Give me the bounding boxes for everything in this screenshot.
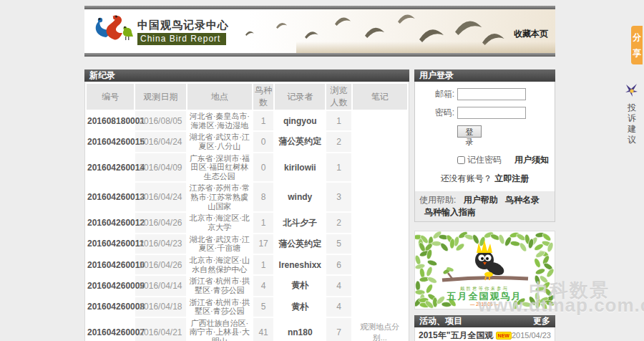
record-location: 北京市·海淀区·山水自然保护中心 <box>187 255 252 274</box>
col-header-views: 浏览人数 <box>326 84 351 110</box>
record-observer[interactable]: windy <box>275 183 325 211</box>
record-location: 河北省·秦皇岛市·海港区·海边湿地 <box>187 111 252 130</box>
records-header-row: 编号 观测日期 地点 鸟种数 记录者 浏览人数 笔记 <box>87 84 407 110</box>
record-views: 4 <box>326 297 351 317</box>
record-observer[interactable]: qingyou <box>275 111 325 130</box>
record-date: 2016/04/24 <box>135 183 185 211</box>
record-row: 2016042600072016/04/21广西壮族自治区·南宁市·上林县·大明… <box>87 318 407 341</box>
record-id[interactable]: 201604260010 <box>87 255 134 274</box>
record-note <box>353 111 407 130</box>
no-account-text: 还没有账号？ <box>441 173 492 183</box>
right-column: 用户登录 邮箱: 密码: 登录 记住密码 用户须知 <box>414 69 555 341</box>
password-label: 密码: <box>415 107 454 119</box>
record-location: 浙江省·杭州市·拱墅区·青莎公园 <box>187 276 252 295</box>
record-species-count: 8 <box>253 183 273 211</box>
bookmark-link[interactable]: 收藏本页 <box>514 28 548 40</box>
record-observer[interactable]: 蒲公英约定 <box>275 234 325 254</box>
email-label: 邮箱: <box>415 88 454 100</box>
col-header-observer: 记录者 <box>275 84 325 110</box>
user-notice-link[interactable]: 用户须知 <box>514 154 549 166</box>
record-date: 2016/04/21 <box>135 318 185 341</box>
activities-title: 活动、项目 <box>419 315 462 327</box>
record-id[interactable]: 201604260014 <box>87 153 134 182</box>
login-button[interactable]: 登录 <box>457 125 482 138</box>
record-row: 2016081800012016/08/05河北省·秦皇岛市·海港区·海边湿地1… <box>87 111 407 130</box>
email-field[interactable] <box>457 88 526 100</box>
record-location: 北京市·海淀区·北京大学 <box>187 213 252 232</box>
record-species-count: 0 <box>253 153 273 182</box>
record-views: 1 <box>326 111 351 130</box>
record-date: 2016/04/18 <box>135 297 185 317</box>
records-panel-body: 编号 观测日期 地点 鸟种数 记录者 浏览人数 笔记 2016081800012… <box>84 82 409 341</box>
record-id[interactable]: 201604260008 <box>87 297 134 317</box>
record-species-count: 1 <box>253 213 273 232</box>
record-date: 2016/04/24 <box>135 132 185 151</box>
share-label: 享 <box>633 47 641 59</box>
record-species-count: 5 <box>253 297 273 317</box>
record-species-count: 0 <box>253 132 273 151</box>
new-badge: NEW <box>496 332 512 340</box>
record-views: 5 <box>326 234 351 254</box>
col-header-notes: 笔记 <box>353 84 407 110</box>
more-link[interactable]: 更多 <box>533 315 550 327</box>
record-id[interactable]: 201604260009 <box>87 276 134 295</box>
record-observer[interactable]: nn180 <box>275 318 325 341</box>
record-species-count: 1 <box>253 255 273 274</box>
remember-password-checkbox[interactable] <box>457 156 465 164</box>
record-observer[interactable]: 黄朴 <box>275 276 325 295</box>
password-row: 密码: <box>415 107 555 119</box>
col-header-date: 观测日期 <box>135 84 185 110</box>
record-id[interactable]: 201604260011 <box>87 234 134 254</box>
record-observer[interactable]: kirilowii <box>275 153 325 182</box>
species-list-link[interactable]: 鸟种名录 <box>505 195 540 205</box>
record-views: 2 <box>326 132 351 151</box>
site-banner: 中国观鸟记录中心 China Bird Report 收藏本页 <box>84 9 555 53</box>
record-species-count: 17 <box>253 234 273 254</box>
record-species-count: 41 <box>253 318 273 341</box>
record-note <box>353 183 407 211</box>
record-id[interactable]: 201604260015 <box>87 132 134 151</box>
record-id[interactable]: 201604260013 <box>87 183 134 211</box>
species-input-guide-link[interactable]: 鸟种输入指南 <box>424 207 476 217</box>
activity-item: 2015年"五月全国观鸟...NEW2015/04/23 <box>415 327 555 341</box>
register-row: 还没有账号？ 立即注册 <box>415 173 555 185</box>
record-row: 2016042600092016/04/14浙江省·杭州市·拱墅区·青莎公园4黄… <box>87 276 407 295</box>
birdwatching-month-poster[interactable]: 戴胜君等你来参与 五月全国观鸟月 — 2015.05 — <box>414 231 555 309</box>
record-location: 广西壮族自治区·南宁市·上林县·大明山 <box>187 318 252 341</box>
record-location: 湖北省·武汉市·江夏区·八分山 <box>187 132 252 151</box>
left-column: 新纪录 编号 观测日期 地点 鸟种数 记录者 <box>84 69 409 341</box>
activity-list: 2015年"五月全国观鸟...NEW2015/04/232015年五月，一起来数… <box>414 327 555 341</box>
password-field[interactable] <box>457 107 526 119</box>
activities-header: 活动、项目 更多 <box>414 315 555 327</box>
record-observer[interactable]: 北斗夕子 <box>275 213 325 232</box>
record-note <box>353 153 407 182</box>
record-date: 2016/08/05 <box>135 111 185 130</box>
record-id[interactable]: 201608180001 <box>87 111 134 130</box>
record-date: 2016/04/26 <box>135 255 185 274</box>
register-link[interactable]: 立即注册 <box>494 173 529 183</box>
activity-link[interactable]: 2015年"五月全国观鸟... <box>419 330 494 341</box>
record-views: 1 <box>326 153 351 182</box>
record-species-count: 4 <box>253 276 273 295</box>
poster-date: — 2015.05 — <box>470 302 499 307</box>
record-observer[interactable]: 蒲公英约定 <box>275 132 325 151</box>
record-row: 2016042600102016/04/26北京市·海淀区·山水自然保护中心1I… <box>87 255 407 274</box>
record-row: 2016042600112016/04/23湖北省·武汉市·江夏区·千亩塘17蒲… <box>87 234 407 254</box>
record-views: 6 <box>326 255 351 274</box>
record-observer[interactable]: 黄朴 <box>275 297 325 317</box>
record-id[interactable]: 201604260012 <box>87 213 134 232</box>
site-subtitle: China Bird Report <box>137 33 226 45</box>
record-note <box>353 132 407 151</box>
record-note <box>353 276 407 295</box>
user-help-link[interactable]: 用户帮助 <box>464 195 498 205</box>
poster-title: 五月全国观鸟月 <box>447 291 522 302</box>
remember-row: 记住密码 用户须知 <box>457 154 555 166</box>
share-tab[interactable]: 分 享 <box>631 26 643 64</box>
record-id[interactable]: 201604260007 <box>87 318 134 341</box>
record-note <box>353 213 407 232</box>
logo-birds-icon <box>92 14 133 47</box>
record-observer[interactable]: Ireneshixx <box>275 255 325 274</box>
record-location: 浙江省·杭州市·拱墅区·青莎公园 <box>187 297 252 317</box>
main-area: 新纪录 编号 观测日期 地点 鸟种数 记录者 <box>84 69 555 341</box>
complaint-widget[interactable]: 投诉建议 <box>624 83 640 145</box>
